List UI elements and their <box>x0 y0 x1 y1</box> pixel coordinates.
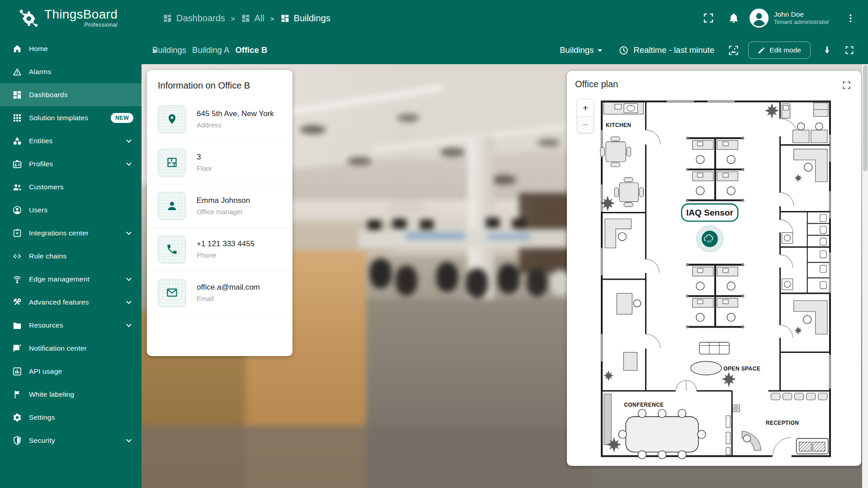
sidebar-item-label: Solution templates <box>29 114 88 122</box>
left-offices <box>602 219 641 382</box>
entrance-gap <box>772 454 791 458</box>
breadcrumb-label: All <box>255 13 264 23</box>
scrollbar-thumb[interactable] <box>863 65 868 171</box>
sidebar-item-label: Settings <box>29 413 55 422</box>
sidebar-item-solution-templates[interactable]: Solution templatesNEW <box>0 106 142 129</box>
sidebar-item-label: Home <box>29 45 48 53</box>
top-breadcrumb: Dashboards > All > Buildings <box>163 0 330 36</box>
pencil-icon <box>758 47 765 54</box>
sidebar-item-profiles[interactable]: Profiles <box>0 152 142 175</box>
notifications-button[interactable] <box>724 9 743 28</box>
more-menu-button[interactable] <box>841 9 860 28</box>
info-row-text: 645 5th Ave, New York Address <box>197 109 274 129</box>
iaq-sensor-marker[interactable]: IAQ Sensor AQI <box>682 204 738 252</box>
sidebar-item-home[interactable]: Home <box>0 37 142 60</box>
dashboard-toolbar: Buildings > Building A > Office B Buildi… <box>142 36 868 64</box>
logo-subtitle: Professional <box>44 22 118 28</box>
integration-icon <box>12 228 22 238</box>
icon-tile <box>158 149 186 177</box>
envelope-icon <box>166 286 178 299</box>
sidebar-item-label: API usage <box>29 367 62 375</box>
code-brackets-icon <box>12 251 22 261</box>
floor-plan[interactable]: IAQ Sensor AQI <box>599 98 836 460</box>
sensor-circle-icon <box>701 230 718 248</box>
map-zoom-control: + − <box>577 99 594 133</box>
info-row-text: +1 121 333 4455 Phone <box>197 239 255 259</box>
toolbar-fullscreen-button[interactable] <box>844 45 854 55</box>
zoom-out-button[interactable]: − <box>577 116 594 133</box>
state-selector-label: Buildings <box>560 45 594 55</box>
breadcrumb-all[interactable]: All <box>241 13 264 23</box>
info-label: Floor <box>197 164 212 172</box>
sidebar-item-security[interactable]: Security <box>0 429 142 452</box>
vertical-scrollbar[interactable] <box>862 64 868 488</box>
plan-card-title: Office plan <box>575 79 618 89</box>
info-row-text: office.a@mail.com Email <box>197 283 260 303</box>
sidebar-item-users[interactable]: Users <box>0 198 142 221</box>
user-avatar[interactable] <box>750 9 769 28</box>
sidebar-item-dashboards[interactable]: Dashboards <box>0 83 142 106</box>
sidebar-item-edge-management[interactable]: Edge management <box>0 267 142 291</box>
sidebar-item-alarms[interactable]: Alarms <box>0 60 142 83</box>
edit-mode-label: Edit mode <box>769 46 801 54</box>
sidebar-item-integrations-center[interactable]: Integrations center <box>0 221 142 244</box>
sidebar-item-advanced-features[interactable]: Advanced features <box>0 291 142 314</box>
thingsboard-logo[interactable]: ThingsBoard Professional <box>18 8 118 28</box>
top-actions: John Doe Tenant administrator <box>699 0 860 36</box>
breadcrumb-separator: > <box>270 14 274 23</box>
apps-grid-icon <box>12 113 22 123</box>
crumb-building-a[interactable]: Building A <box>192 45 229 55</box>
fullscreen-button[interactable] <box>699 9 718 28</box>
info-value: +1 121 333 4455 <box>197 239 255 249</box>
info-value: Emma Johnson <box>197 196 250 205</box>
warning-triangle-icon <box>12 67 22 77</box>
hammer-wrench-icon <box>12 297 22 307</box>
plan-fullscreen-button[interactable] <box>839 77 854 93</box>
id-badge-icon <box>12 159 22 169</box>
sidebar-item-notification-center[interactable]: Notification center <box>0 337 142 360</box>
iaq-sensor-label: IAQ Sensor <box>686 208 733 217</box>
background-image-button[interactable] <box>728 45 739 56</box>
icon-tile <box>158 235 186 263</box>
sidebar-item-label: White labeling <box>29 390 74 399</box>
chevron-down-icon <box>124 136 133 145</box>
sidebar-item-label: Profiles <box>29 160 53 168</box>
breadcrumb-dashboards[interactable]: Dashboards <box>163 13 225 23</box>
user-name: John Doe <box>774 10 829 19</box>
info-row-text: Emma Johnson Office manager <box>197 196 250 216</box>
sidebar-item-resources[interactable]: Resources <box>0 314 142 337</box>
conference-label: CONFERENCE <box>624 402 664 408</box>
dashboard-state-selector[interactable]: Buildings <box>560 45 602 55</box>
info-value: office.a@mail.com <box>197 283 260 292</box>
info-label: Address <box>197 121 274 129</box>
export-download-button[interactable] <box>821 45 833 56</box>
sidebar-item-entities[interactable]: Entities <box>0 129 142 152</box>
breadcrumb-buildings[interactable]: Buildings <box>280 13 330 23</box>
home-icon <box>12 44 22 54</box>
edit-mode-button[interactable]: Edit mode <box>748 42 811 59</box>
caret-down-icon <box>598 49 602 52</box>
floor-plan-icon <box>166 156 178 169</box>
wallpaper-icon <box>728 45 739 56</box>
sidebar-item-api-usage[interactable]: API usage <box>0 360 142 383</box>
sidebar-item-customers[interactable]: Customers <box>0 175 142 198</box>
breadcrumb-label: Dashboards <box>176 13 225 23</box>
timewindow-button[interactable]: Realtime - last minute <box>618 45 714 56</box>
sidebar-item-settings[interactable]: Settings <box>0 406 142 429</box>
info-label: Phone <box>197 251 255 259</box>
dashboard-breadcrumb: Buildings > Building A > Office B <box>152 45 267 55</box>
info-row-email: office.a@mail.com Email <box>147 271 292 314</box>
sidebar-item-rule-chains[interactable]: Rule chains <box>0 244 142 267</box>
kebab-menu-icon <box>845 13 856 23</box>
sidebar-item-label: Customers <box>29 183 64 191</box>
zoom-in-button[interactable]: + <box>577 99 594 116</box>
antenna-icon <box>12 274 22 284</box>
sidebar-item-white-labeling[interactable]: White labeling <box>0 383 142 406</box>
crumb-office-b: Office B <box>235 45 267 55</box>
clock-icon <box>618 45 629 56</box>
thingsboard-logo-icon <box>18 8 39 28</box>
crumb-buildings[interactable]: Buildings <box>152 45 186 55</box>
chevron-down-icon <box>124 229 133 238</box>
dashboards-icon <box>241 14 250 23</box>
dashboards-icon <box>12 90 22 100</box>
